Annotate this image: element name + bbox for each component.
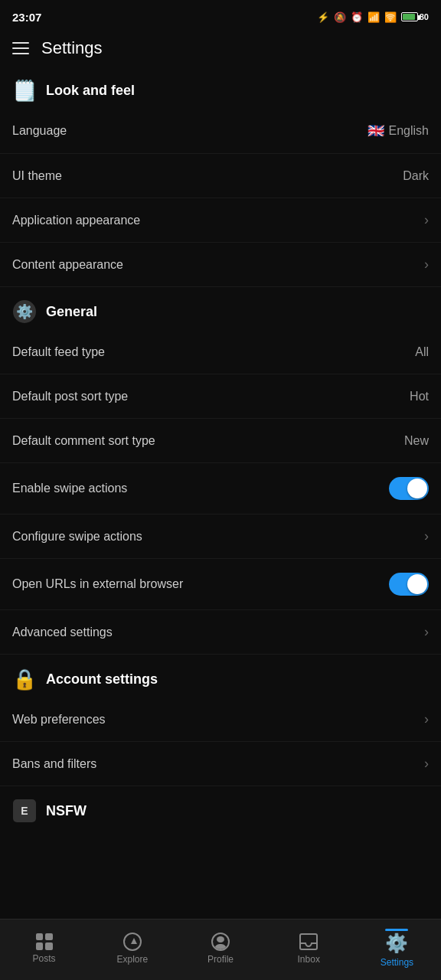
page-title: Settings [41,38,103,58]
bluetooth-icon: ⚡ [317,11,329,23]
account-icon: 🔒 [12,667,37,691]
settings-label: Settings [381,957,413,968]
ui-theme-label: UI theme [12,169,62,183]
alarm-icon: ⏰ [351,11,363,23]
explore-label: Explore [116,954,148,965]
enable-swipe-row[interactable]: Enable swipe actions [0,463,441,514]
language-row[interactable]: Language 🇬🇧 English [0,109,441,154]
enable-swipe-toggle-knob [407,479,427,498]
app-appearance-chevron: › [424,212,429,228]
mute-icon: 🔕 [334,11,346,23]
default-post-sort-value: Hot [410,390,429,403]
bans-and-filters-chevron: › [424,756,429,772]
nav-item-inbox[interactable]: Inbox [265,933,353,965]
default-post-sort-label: Default post sort type [12,390,128,403]
app-appearance-label: Application appearance [12,214,140,227]
inbox-label: Inbox [298,954,320,965]
default-comment-sort-label: Default comment sort type [12,434,155,448]
content-appearance-label: Content appearance [12,258,123,272]
configure-swipe-chevron: › [424,528,429,544]
advanced-settings-label: Advanced settings [12,626,113,639]
app-appearance-row[interactable]: Application appearance › [0,198,441,243]
advanced-settings-row[interactable]: Advanced settings › [0,610,441,655]
open-urls-toggle[interactable] [389,573,429,596]
language-label: Language [12,124,67,138]
gb-flag-icon: 🇬🇧 [368,122,384,139]
look-and-feel-title: Look and feel [46,83,135,99]
configure-swipe-label: Configure swipe actions [12,530,142,544]
web-preferences-row[interactable]: Web preferences › [0,697,441,742]
open-urls-toggle-knob [407,574,427,594]
default-post-sort-row[interactable]: Default post sort type Hot [0,374,441,419]
bans-and-filters-row[interactable]: Bans and filters › [0,742,441,786]
nav-item-profile[interactable]: Profile [176,933,264,965]
default-feed-type-label: Default feed type [12,345,105,359]
wifi-icon: 🛜 [384,11,397,23]
open-urls-label: Open URLs in external browser [12,577,183,591]
language-value: 🇬🇧 English [368,122,429,139]
profile-label: Profile [207,954,234,965]
ui-theme-row[interactable]: UI theme Dark [0,154,441,198]
top-bar: Settings [0,31,441,66]
general-title: General [46,304,97,320]
explore-icon [123,933,142,951]
nsfw-icon: E [12,799,37,823]
language-text: English [389,124,429,138]
general-icon: ⚙️ [12,299,37,324]
settings-icon: ⚙️ [385,933,408,954]
ui-theme-value: Dark [403,169,429,183]
battery-label: 80 [420,12,429,21]
status-bar: 23:07 ⚡ 🔕 ⏰ 📶 🛜 80 [0,0,441,31]
account-title: Account settings [46,671,158,688]
configure-swipe-row[interactable]: Configure swipe actions › [0,514,441,559]
section-look-and-feel-header: 🗒️ Look and feel [0,66,441,109]
nav-item-posts[interactable]: Posts [0,933,88,964]
status-time: 23:07 [12,11,41,24]
open-urls-row[interactable]: Open URLs in external browser [0,559,441,610]
advanced-settings-chevron: › [424,624,429,640]
signal-icon: 📶 [368,11,380,23]
default-feed-type-value: All [415,345,429,359]
nav-item-settings[interactable]: ⚙️ Settings [353,929,441,968]
settings-active-line [385,929,408,931]
nav-item-explore[interactable]: Explore [88,933,176,965]
posts-label: Posts [33,953,56,964]
profile-icon [211,933,230,951]
web-preferences-label: Web preferences [12,713,106,727]
section-nsfw-header: E NSFW [0,786,441,829]
posts-icon [36,933,53,950]
enable-swipe-toggle[interactable] [389,477,429,500]
bottom-nav: Posts Explore Profile Inbox ⚙️ Settings [0,919,441,980]
main-content: 🗒️ Look and feel Language 🇬🇧 English UI … [0,66,441,898]
status-icons: ⚡ 🔕 ⏰ 📶 🛜 80 [317,11,429,23]
section-account-header: 🔒 Account settings [0,655,441,697]
default-feed-type-row[interactable]: Default feed type All [0,330,441,374]
nsfw-title: NSFW [46,803,87,819]
default-comment-sort-row[interactable]: Default comment sort type New [0,419,441,463]
section-general-header: ⚙️ General [0,287,441,330]
look-and-feel-icon: 🗒️ [12,78,37,103]
menu-button[interactable] [12,42,29,54]
web-preferences-chevron: › [424,711,429,727]
enable-swipe-label: Enable swipe actions [12,482,127,495]
content-appearance-row[interactable]: Content appearance › [0,243,441,287]
content-appearance-chevron: › [424,256,429,273]
battery-icon: 80 [401,12,429,21]
inbox-icon [299,933,318,951]
ui-theme-text: Dark [403,169,429,183]
default-comment-sort-value: New [404,434,429,448]
bans-and-filters-label: Bans and filters [12,757,96,771]
